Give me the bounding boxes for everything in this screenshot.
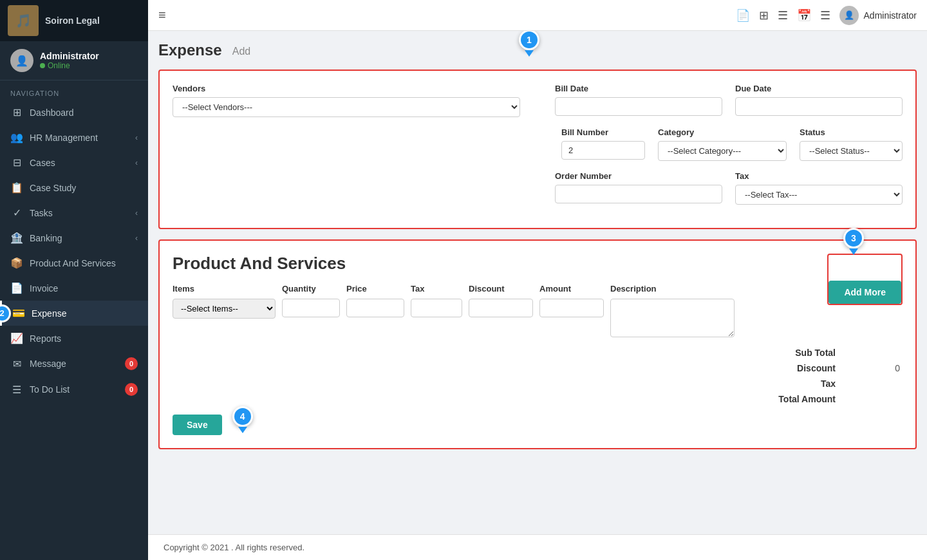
tax-select[interactable]: --Select Tax--- bbox=[735, 185, 903, 205]
hamburger-icon[interactable]: ≡ bbox=[158, 8, 166, 23]
bill-date-label: Bill Date bbox=[555, 84, 722, 93]
product-section-title: Product And Services bbox=[173, 254, 735, 274]
sidebar-item-label: Expense bbox=[32, 308, 66, 319]
total-amount-label: Total Amount bbox=[758, 394, 836, 404]
bill-number-label: Bill Number bbox=[561, 127, 645, 137]
sidebar-item-label: To Do List bbox=[30, 384, 70, 395]
sidebar-item-todo[interactable]: ☰ To Do List 0 bbox=[0, 377, 148, 402]
product-table-header: Items Quantity Price Tax Discount Amount… bbox=[173, 284, 735, 294]
status-label: Status bbox=[800, 127, 903, 137]
list-icon[interactable]: ☰ bbox=[778, 8, 788, 23]
save-row: Save 4 bbox=[173, 404, 903, 435]
sidebar-item-label: Message bbox=[30, 359, 66, 369]
chevron-icon: ‹ bbox=[135, 133, 138, 142]
sidebar-logo: 🎵 Soiron Legal bbox=[0, 0, 148, 41]
total-amount-row: Total Amount bbox=[758, 394, 900, 404]
price-input[interactable] bbox=[346, 299, 404, 317]
topbar-username: Administrator bbox=[864, 10, 917, 21]
tax-row: Tax bbox=[758, 378, 900, 389]
topbar-avatar: 👤 bbox=[839, 6, 859, 25]
sidebar-item-label: Product And Services bbox=[30, 258, 116, 268]
pin-triangle bbox=[525, 50, 534, 57]
sidebar-item-label: Dashboard bbox=[30, 107, 74, 118]
product-services-section: 3 Product And Services Items Quantity Pr… bbox=[158, 239, 917, 449]
step-badge-4: 4 bbox=[232, 406, 253, 427]
sidebar-item-dashboard[interactable]: ⊞ Dashboard bbox=[0, 100, 148, 125]
amount-input[interactable] bbox=[539, 299, 604, 317]
vendors-select[interactable]: --Select Vendors--- bbox=[173, 97, 520, 117]
vendors-label: Vendors bbox=[173, 84, 520, 93]
status-select[interactable]: --Select Status-- bbox=[800, 141, 903, 161]
form-row-billnum: Bill Number Category --Select Category--… bbox=[173, 127, 903, 161]
sidebar-item-invoice[interactable]: 📄 Invoice bbox=[0, 275, 148, 301]
page-title: Expense bbox=[158, 41, 222, 59]
form-row-vendors: Vendors --Select Vendors--- Bill Date Du… bbox=[173, 84, 903, 117]
message-badge: 0 bbox=[125, 357, 138, 370]
due-date-group: Due Date bbox=[735, 84, 903, 116]
save-button[interactable]: Save bbox=[173, 415, 222, 435]
items-select[interactable]: --Select Items-- bbox=[173, 299, 276, 319]
sidebar-item-product-services[interactable]: 📦 Product And Services bbox=[0, 250, 148, 275]
add-more-button[interactable]: Add More bbox=[829, 281, 901, 304]
invoice-icon: 📄 bbox=[10, 282, 23, 294]
page-subtitle: Add bbox=[232, 46, 250, 57]
sub-total-value bbox=[861, 348, 900, 358]
avatar: 👤 bbox=[10, 49, 33, 72]
bill-number-group: Bill Number bbox=[561, 127, 645, 160]
tax-total-value bbox=[861, 378, 900, 389]
sidebar-item-hr-management[interactable]: 👥 HR Management ‹ bbox=[0, 125, 148, 150]
col-quantity: Quantity bbox=[282, 284, 340, 294]
due-date-input[interactable] bbox=[735, 97, 903, 116]
grid-icon[interactable]: ⊞ bbox=[759, 8, 769, 23]
status-group: Status --Select Status-- bbox=[800, 127, 903, 161]
calendar-icon[interactable]: 📅 bbox=[797, 8, 811, 23]
sidebar-item-message[interactable]: ✉ Message 0 bbox=[0, 351, 148, 377]
dashboard-icon: ⊞ bbox=[10, 106, 23, 118]
todo-icon: ☰ bbox=[10, 384, 23, 396]
vendors-group: Vendors --Select Vendors--- bbox=[173, 84, 520, 117]
tax-input[interactable] bbox=[411, 299, 462, 317]
sidebar-item-reports[interactable]: 📈 Reports bbox=[0, 326, 148, 351]
content-area: Expense Add 1 Vendors --Select Vendors--… bbox=[148, 31, 927, 534]
discount-input[interactable] bbox=[469, 299, 533, 317]
topbar: ≡ 📄 ⊞ ☰ 📅 ☰ 👤 Administrator bbox=[148, 0, 927, 31]
bill-date-input[interactable] bbox=[555, 97, 722, 116]
description-textarea[interactable] bbox=[610, 299, 735, 337]
col-price: Price bbox=[346, 284, 404, 294]
sidebar: 🎵 Soiron Legal 👤 Administrator Online Na… bbox=[0, 0, 148, 560]
col-amount: Amount bbox=[539, 284, 604, 294]
sub-total-label: Sub Total bbox=[758, 348, 836, 358]
sidebar-item-tasks[interactable]: ✓ Tasks ‹ bbox=[0, 200, 148, 225]
sidebar-item-label: Reports bbox=[30, 333, 61, 344]
sidebar-item-expense[interactable]: 2 💳 Expense bbox=[0, 301, 148, 326]
expense-form-section: Vendors --Select Vendors--- Bill Date Du… bbox=[158, 70, 917, 229]
sidebar-item-banking[interactable]: 🏦 Banking ‹ bbox=[0, 225, 148, 250]
product-table-row: --Select Items-- bbox=[173, 299, 735, 337]
topbar-user[interactable]: 👤 Administrator bbox=[839, 6, 917, 25]
cases-icon: ⊟ bbox=[10, 156, 23, 169]
status-text: Online bbox=[48, 61, 70, 70]
discount-row: Discount 0 bbox=[758, 363, 900, 373]
tax-total-label: Tax bbox=[758, 378, 836, 389]
bill-date-group: Bill Date bbox=[555, 84, 722, 116]
bill-number-input[interactable] bbox=[561, 141, 645, 160]
category-label: Category bbox=[658, 127, 787, 137]
sidebar-item-cases[interactable]: ⊟ Cases ‹ bbox=[0, 150, 148, 175]
sidebar-item-case-study[interactable]: 📋 Case Study bbox=[0, 175, 148, 200]
quantity-input[interactable] bbox=[282, 299, 340, 317]
form-row-order: Order Number Tax --Select Tax--- bbox=[173, 171, 903, 205]
sidebar-item-label: Invoice bbox=[30, 283, 58, 294]
tax-label: Tax bbox=[735, 171, 903, 181]
expense-icon: 💳 bbox=[12, 307, 25, 319]
order-number-input[interactable] bbox=[555, 185, 722, 203]
chevron-icon: ‹ bbox=[135, 158, 138, 167]
sidebar-user: 👤 Administrator Online bbox=[0, 41, 148, 80]
discount-label: Discount bbox=[758, 363, 836, 373]
category-select[interactable]: --Select Category--- bbox=[658, 141, 787, 161]
online-status: Online bbox=[40, 61, 99, 70]
menu-icon[interactable]: ☰ bbox=[820, 8, 830, 23]
col-description: Description bbox=[610, 284, 735, 294]
doc-icon[interactable]: 📄 bbox=[736, 8, 750, 23]
chevron-icon: ‹ bbox=[135, 234, 138, 243]
step-badge-3: 3 bbox=[843, 228, 864, 248]
